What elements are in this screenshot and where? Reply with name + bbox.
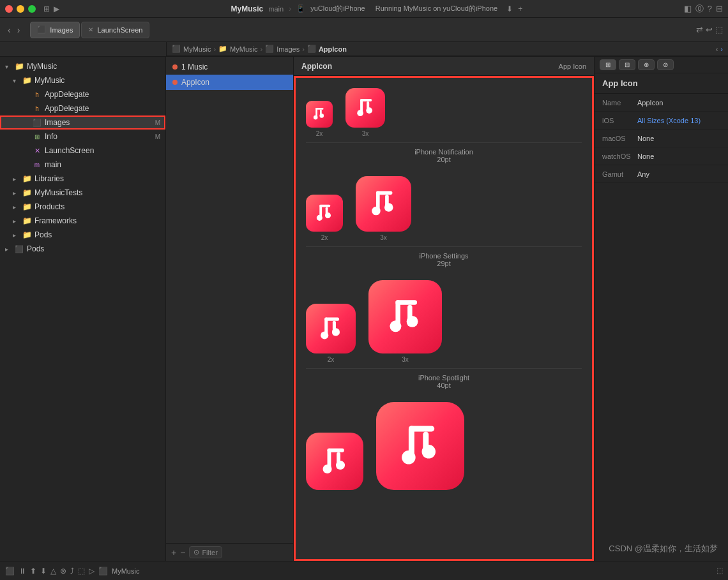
sidebar-item-frameworks[interactable]: ▸ 📁 Frameworks — [0, 214, 165, 228]
sidebar-item-mymusic-root[interactable]: ▾ 📁 MyMusic — [0, 59, 165, 73]
inspector-title: App Icon — [595, 73, 728, 94]
tab-images[interactable]: ⬛ Images — [30, 22, 80, 38]
xcassets-icon: ⬛ — [32, 117, 42, 128]
sidebar-item-appdelegate2[interactable]: ▸ h AppDelegate — [0, 101, 165, 115]
inspector-tab-3[interactable]: ⊕ — [638, 59, 655, 70]
expand-icon[interactable]: ⬚ — [715, 25, 723, 34]
breadcrumb-appicon[interactable]: AppIcon — [319, 45, 347, 53]
download-icon[interactable]: ⬇ — [506, 4, 513, 13]
svg-point-12 — [317, 215, 322, 221]
icon-cell-app-3x[interactable] — [376, 402, 464, 490]
scale-label-2x: 2x — [328, 356, 335, 363]
bottom-warning-icon[interactable]: △ — [50, 567, 56, 576]
breadcrumb-mymusic1[interactable]: MyMusic — [183, 45, 211, 53]
file-list-footer: + − ⊙ Filter — [166, 543, 293, 561]
inspector-value-name: AppIcon — [637, 99, 663, 107]
help-icon[interactable]: ? — [708, 4, 712, 13]
chevron-icon: ▸ — [13, 232, 19, 239]
chevron-icon: ▸ — [13, 175, 19, 182]
breadcrumb-mymusic2[interactable]: MyMusic — [230, 45, 257, 53]
bottom-build-icon[interactable]: ⬆ — [30, 567, 36, 576]
icon-cell-spotlight-2x[interactable]: 2x — [306, 304, 356, 363]
sidebar-item-pods-root[interactable]: ▸ ⬛ Pods — [0, 242, 165, 256]
breadcrumb-images[interactable]: Images — [277, 45, 300, 53]
back-icon[interactable]: ↩ — [706, 25, 713, 34]
close-button[interactable] — [5, 5, 13, 13]
scale-label-2x: 2x — [316, 130, 323, 137]
inspector-tab-2[interactable]: ⊟ — [619, 59, 635, 70]
sidebar-item-main[interactable]: ▸ m main — [0, 158, 165, 172]
bottom-error-icon[interactable]: ⊗ — [60, 567, 66, 576]
sidebar-item-mymusic-group[interactable]: ▾ 📁 MyMusic — [0, 73, 165, 87]
sidebar-item-info[interactable]: ▸ ⊞ Info M — [0, 130, 165, 144]
inspector-tab-1[interactable]: ⊞ — [600, 59, 616, 70]
play-icon[interactable]: ▶ — [54, 4, 59, 13]
device-name: yuCloud的iPhone — [310, 4, 365, 13]
file-item-appicon[interactable]: AppIcon — [166, 75, 293, 90]
sidebar-label-info: Info — [45, 132, 57, 141]
refresh-icon[interactable]: ⇄ — [696, 25, 703, 34]
svg-rect-31 — [327, 449, 344, 452]
sidebar-item-products[interactable]: ▸ 📁 Products — [0, 200, 165, 214]
scale-label-2x: 2x — [321, 234, 328, 241]
title-bar-subtitle: main — [268, 5, 284, 13]
icon-cell-settings-3x[interactable]: 3x — [356, 176, 411, 241]
sidebar-item-images[interactable]: ▸ ⬛ Images M — [0, 115, 165, 130]
bottom-right-icon[interactable]: ⬚ — [717, 567, 723, 575]
bottom-git-icon[interactable]: ⤴ — [70, 567, 74, 576]
panels-icon[interactable]: ⊟ — [716, 4, 723, 13]
add-icon[interactable]: + — [518, 4, 522, 13]
maximize-button[interactable] — [28, 5, 36, 13]
window-controls[interactable] — [5, 5, 36, 13]
bottom-layout-icon[interactable]: ⬛ — [5, 567, 15, 576]
breadcrumb-appicon-icon: ⬛ — [307, 45, 316, 53]
icon-cell-settings-2x[interactable]: 2x — [306, 195, 343, 241]
breadcrumb: ⬛ MyMusic › 📁 MyMusic › ⬛ Images › ⬛ App… — [166, 42, 728, 56]
folder-icon: 📁 — [22, 216, 32, 226]
forward-button[interactable]: › — [15, 24, 23, 36]
title-separator: › — [289, 4, 291, 13]
bottom-pause-icon[interactable]: ⏸ — [19, 567, 26, 576]
sidebar-item-pods-nested[interactable]: ▸ 📁 Pods — [0, 228, 165, 242]
minimize-button[interactable] — [17, 5, 24, 13]
debug-icon[interactable]: ⓪ — [695, 3, 704, 15]
back-button[interactable]: ‹ — [5, 24, 13, 36]
filter-button[interactable]: ⊙ Filter — [189, 546, 222, 558]
section-app — [306, 402, 582, 495]
icon-cell-app-2x[interactable] — [306, 433, 363, 490]
sidebar-item-mymusictests[interactable]: ▸ 📁 MyMusicTests — [0, 186, 165, 200]
bottom-share-icon[interactable]: ⬚ — [78, 567, 85, 576]
sidebar-item-appdelegate1[interactable]: ▸ h AppDelegate — [0, 87, 165, 101]
breadcrumb-right-arrow[interactable]: › — [720, 45, 723, 53]
inspector-tab-4[interactable]: ⊘ — [657, 59, 674, 70]
launchscreen-tab-close-icon[interactable]: ✕ — [88, 26, 93, 33]
icon-cell-spotlight-3x[interactable]: 3x — [368, 280, 442, 363]
section-notification-label: iPhone Notification20pt — [306, 148, 582, 163]
add-file-button[interactable]: + — [171, 547, 176, 558]
inspector-row-macos: macOS None — [595, 130, 728, 147]
chevron-icon: ▸ — [13, 190, 19, 197]
icon-cell-notification-2x[interactable]: 2x — [306, 101, 333, 137]
filter-label: Filter — [202, 549, 217, 556]
remove-file-button[interactable]: − — [180, 547, 185, 558]
sidebar-item-libraries[interactable]: ▸ 📁 Libraries — [0, 172, 165, 186]
music-icon-app-3x — [376, 402, 464, 490]
sidebar-item-launchscreen[interactable]: ▸ ✕ LaunchScreen — [0, 144, 165, 158]
bottom-run-icon[interactable]: ▷ — [89, 567, 95, 576]
svg-rect-4 — [320, 110, 322, 117]
inspector-value-watchos: None — [637, 152, 654, 160]
svg-point-22 — [321, 331, 328, 339]
breadcrumb-left-arrow[interactable]: ‹ — [716, 45, 718, 53]
inspector-toggle-icon[interactable]: ◧ — [684, 4, 692, 13]
tab-launchscreen[interactable]: ✕ LaunchScreen — [81, 22, 149, 38]
nav-arrows[interactable]: ‹ › — [5, 24, 22, 36]
svg-rect-11 — [319, 205, 330, 207]
bottom-download-icon[interactable]: ⬇ — [40, 567, 47, 576]
file-item-1music[interactable]: 1 Music — [166, 59, 293, 75]
inspector: ⊞ ⊟ ⊕ ⊘ App Icon Name AppIcon iOS All Si… — [594, 57, 728, 561]
chevron-icon: ▸ — [5, 246, 11, 253]
inspector-label-macos: macOS — [602, 135, 637, 142]
music-icon-settings-2x — [306, 195, 343, 232]
svg-point-7 — [357, 110, 363, 116]
icon-cell-notification-3x[interactable]: 3x — [345, 88, 385, 137]
